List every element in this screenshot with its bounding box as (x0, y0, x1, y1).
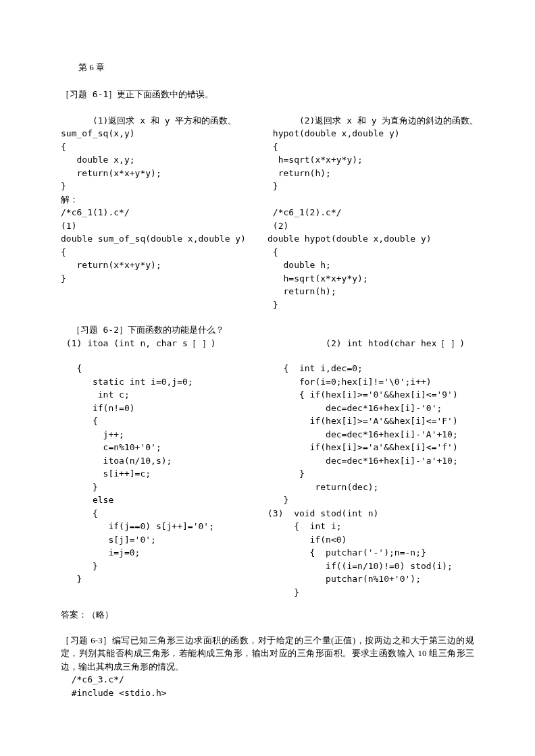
q62-title: ［习题 6-2］下面函数的功能是什么？ (61, 323, 474, 337)
q63-code: /*c6_3.c*/ #include <stdio.h> (61, 673, 474, 699)
q61-title: ［习题 6-1］更正下面函数中的错误。 (61, 88, 474, 101)
q61-left-desc: (1)返回求 x 和 y 平方和的函数。 (93, 115, 236, 126)
q62-header-left: (1) itoa (int n, char s［ ］) (61, 337, 268, 350)
q62-left-code: { static int i=0,j=0; int c; if(n!=0) { … (61, 362, 268, 599)
q62-header-right: (2) int htod(char hex［ ］) (268, 337, 474, 350)
q62-right-code: { int i,dec=0; for(i=0;hex[i]!='\0';i++)… (268, 362, 474, 599)
q61-right-code: hypot(double x,double y) { h=sqrt(x*x+y*… (268, 128, 432, 310)
q62-answer: 答案：（略） (61, 608, 474, 622)
q63-paragraph: ［习题 6-3］编写已知三角形三边求面积的函数，对于给定的三个量(正值)，按两边… (61, 634, 474, 674)
chapter-title: 第 6 章 (61, 61, 474, 74)
q61-left-code: sum_of_sq(x,y) { double x,y; return(x*x+… (61, 128, 246, 284)
q61-right-desc: (2)返回求 x 和 y 为直角边的斜边的函数。 (299, 115, 478, 126)
